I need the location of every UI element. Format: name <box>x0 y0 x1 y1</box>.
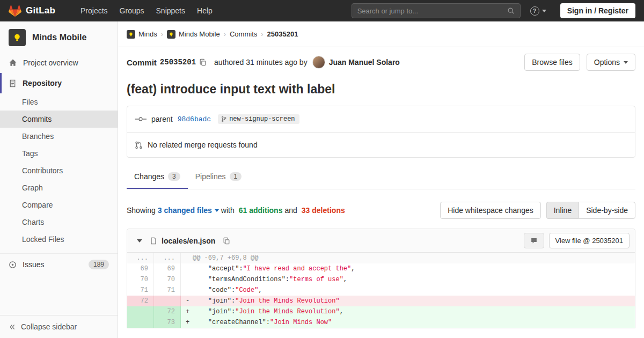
new-line-number[interactable]: 71 <box>154 285 181 296</box>
chevron-down-icon <box>215 209 219 212</box>
inline-view-button[interactable]: Inline <box>546 202 579 219</box>
collapse-sidebar-button[interactable]: Collapse sidebar <box>0 315 118 338</box>
collapse-sidebar-label: Collapse sidebar <box>21 322 77 331</box>
merge-request-icon <box>135 141 143 149</box>
showing-text: Showing <box>127 206 156 215</box>
sidebar-item-project-overview[interactable]: Project overview <box>0 53 118 73</box>
changed-files-dropdown[interactable]: 3 changed files <box>158 206 219 215</box>
toggle-comments-button[interactable] <box>524 233 544 248</box>
sidebar-subitem-branches[interactable]: Branches <box>0 128 118 145</box>
project-sidebar: Minds Mobile Project overview Repository… <box>0 21 118 338</box>
sidebar-item-label: Repository <box>23 79 62 87</box>
view-file-button[interactable]: View file @ 25035201 <box>549 233 630 248</box>
and-text: and <box>284 206 297 215</box>
no-merge-requests-text: No related merge requests found <box>148 141 258 149</box>
new-line-number[interactable]: 69 <box>154 263 181 274</box>
parent-sha-link[interactable]: 98d6badc <box>178 115 211 123</box>
sidebar-subitem-commits[interactable]: Commits <box>0 111 118 128</box>
changed-files-label: 3 changed files <box>158 206 212 215</box>
issues-icon <box>9 261 17 269</box>
sidebar-item-label: Project overview <box>23 58 78 67</box>
browse-files-button[interactable]: Browse files <box>524 54 580 71</box>
breadcrumb-label: Commits <box>230 30 257 38</box>
code-text: "termsAndConditions":"terms of use", <box>181 274 635 285</box>
copy-file-path-button[interactable] <box>219 237 233 245</box>
code-text: + "createChannel":"Join Minds Now" <box>181 317 635 328</box>
search-icon[interactable] <box>507 7 515 14</box>
parent-row: parent 98d6badc new-signup-screen <box>127 106 635 132</box>
nav-snippets[interactable]: Snippets <box>150 1 191 20</box>
group-avatar <box>127 30 135 39</box>
old-line-number[interactable]: 70 <box>127 274 154 285</box>
hide-whitespace-button[interactable]: Hide whitespace changes <box>440 202 541 219</box>
diff-view-controls: Hide whitespace changes Inline Side-by-s… <box>440 202 635 219</box>
new-line-number[interactable]: 72 <box>154 306 181 317</box>
commit-tabs: Changes 3 Pipelines 1 <box>127 165 635 189</box>
diff-line-deleted: 72 - "join":"Join the Minds Revolution" <box>127 296 635 306</box>
project-name[interactable]: Minds Mobile <box>32 33 86 42</box>
pipelines-count-badge: 1 <box>230 172 242 181</box>
global-search <box>352 3 521 18</box>
deletions-count: 33 deletions <box>302 206 345 215</box>
project-avatar[interactable] <box>9 29 26 46</box>
nav-projects[interactable]: Projects <box>75 1 114 20</box>
breadcrumb-separator: › <box>261 30 263 38</box>
diff-line-added: 72 + "join":"Join the Minds Revolution", <box>127 306 635 317</box>
sidebar-item-issues[interactable]: Issues 189 <box>0 253 118 275</box>
search-input[interactable] <box>357 7 507 15</box>
diff-line-context: 69 69 "accept":"I have read and accept t… <box>127 263 635 274</box>
side-by-side-view-button[interactable]: Side-by-side <box>579 202 635 219</box>
old-line-number: ... <box>127 253 154 263</box>
nav-help[interactable]: Help <box>191 1 218 20</box>
diff-hunk-row: ... ... @@ -69,7 +69,8 @@ <box>127 253 635 263</box>
collapse-file-caret-icon[interactable] <box>137 239 142 243</box>
old-line-number[interactable] <box>127 306 154 317</box>
gitlab-logo[interactable]: GitLab <box>9 5 55 17</box>
commit-icon <box>135 115 147 123</box>
sidebar-subitem-locked-files[interactable]: Locked Files <box>0 231 118 248</box>
sidebar-subitem-graph[interactable]: Graph <box>0 179 118 196</box>
view-mode-segmented-control: Inline Side-by-side <box>546 202 635 219</box>
sidebar-item-repository[interactable]: Repository <box>0 73 118 93</box>
tab-changes[interactable]: Changes 3 <box>127 165 188 189</box>
old-line-number[interactable]: 69 <box>127 263 154 274</box>
diff-file-name[interactable]: locales/en.json <box>162 237 215 245</box>
tanuki-icon <box>9 5 21 17</box>
diff-table: ... ... @@ -69,7 +69,8 @@ 69 69 "accept"… <box>127 253 635 328</box>
breadcrumb-minds[interactable]: Minds <box>127 30 157 39</box>
breadcrumb-label: Minds Mobile <box>179 30 220 38</box>
new-line-number[interactable]: 70 <box>154 274 181 285</box>
file-icon <box>150 237 157 245</box>
sign-in-button[interactable]: Sign in / Register <box>560 3 635 18</box>
new-line-number: ... <box>154 253 181 263</box>
diff-file-card: locales/en.json View file @ 25035201 <box>127 229 635 328</box>
question-icon: ? <box>530 6 539 16</box>
breadcrumb-minds-mobile[interactable]: Minds Mobile <box>167 30 220 39</box>
changes-count-badge: 3 <box>168 172 180 181</box>
sidebar-subitem-charts[interactable]: Charts <box>0 214 118 231</box>
new-line-number[interactable]: 73 <box>154 317 181 328</box>
copy-sha-button[interactable] <box>196 58 210 66</box>
old-line-number[interactable]: 72 <box>127 296 154 306</box>
breadcrumb-commits[interactable]: Commits <box>230 30 257 38</box>
nav-groups[interactable]: Groups <box>114 1 150 20</box>
author-name[interactable]: Juan Manuel Solaro <box>329 58 400 67</box>
sidebar-subitem-compare[interactable]: Compare <box>0 196 118 214</box>
new-line-number[interactable] <box>154 296 181 306</box>
top-navbar: GitLab Projects Groups Snippets Help ? S… <box>0 0 644 21</box>
help-menu[interactable]: ? <box>530 6 546 16</box>
commit-header: Commit 25035201 authored 31 minutes ago … <box>127 54 635 71</box>
project-header: Minds Mobile <box>0 21 118 53</box>
options-dropdown-button[interactable]: Options <box>587 54 635 71</box>
diff-line-context: 70 70 "termsAndConditions":"terms of use… <box>127 274 635 285</box>
branch-name: new-signup-screen <box>229 115 295 123</box>
old-line-number[interactable]: 71 <box>127 285 154 296</box>
home-icon <box>9 58 17 67</box>
branch-ref-pill[interactable]: new-signup-screen <box>218 114 299 124</box>
sidebar-subitem-tags[interactable]: Tags <box>0 145 118 162</box>
tab-pipelines[interactable]: Pipelines 1 <box>188 165 250 189</box>
sidebar-subitem-files[interactable]: Files <box>0 93 118 111</box>
old-line-number[interactable] <box>127 317 154 328</box>
sidebar-subitem-contributors[interactable]: Contributors <box>0 162 118 179</box>
code-text: - "join":"Join the Minds Revolution" <box>181 296 635 306</box>
